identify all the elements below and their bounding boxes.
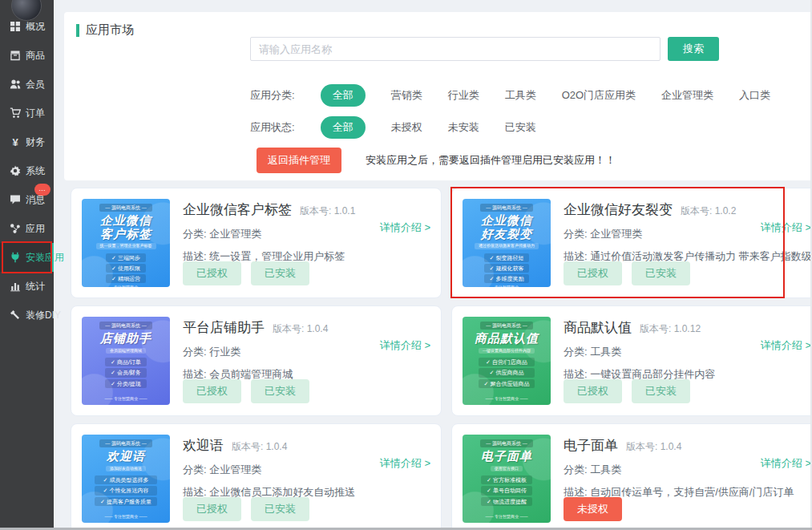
app-icon-image: — 源码电商系统 — 店铺助手 会员前端管理商城 商品/订单会员/财务分类/提现… [82, 317, 170, 405]
filter-option[interactable]: 未授权 [391, 120, 422, 135]
app-version: 版本号: 1.0.1 [300, 204, 355, 218]
detail-link[interactable]: 详情介绍 > [761, 456, 811, 471]
app-icon-feature: 多维度奖励 [484, 274, 530, 283]
filter-option[interactable]: 企业管理类 [661, 88, 713, 103]
sidebar-item-label: 会员 [26, 78, 45, 91]
app-icon-feature: 商品/订单 [105, 358, 147, 366]
app-icon-image: — 源码电商系统 — 电子面单 使用官方接口 官方标准模板单号自动回传物流进度提… [463, 435, 551, 523]
app-name: 商品默认值 [564, 318, 632, 337]
filter-option[interactable]: 已安装 [505, 120, 536, 135]
app-icon-feature: 三端同步 [106, 253, 146, 262]
category-label: 分类: [564, 463, 588, 475]
app-icon-footer: 专注智慧商业 [486, 396, 528, 401]
install-notice: 安装应用之后，需要返回插件管理启用已安装应用！！ [366, 153, 616, 168]
filter-row: 应用分类: 全部营销类行业类工具类O2O门店应用类企业管理类入口类 [250, 79, 770, 111]
category-value: 行业类 [209, 346, 240, 358]
filter-option[interactable]: 入口类 [739, 88, 770, 103]
detail-link[interactable]: 详情介绍 > [380, 220, 430, 235]
sidebar-item[interactable]: 会员 [0, 70, 54, 99]
sidebar-item-icon [10, 21, 21, 32]
app-status-tags: 已授权已安装 [183, 497, 309, 521]
sidebar-item-label: 商品 [26, 49, 45, 63]
app-icon-subtitle: 统一设置，管理企业客户标签 [96, 243, 156, 249]
search-button[interactable]: 搜索 [668, 37, 719, 61]
filter-option[interactable]: 工具类 [505, 88, 536, 103]
sidebar-item-icon [10, 223, 21, 234]
sidebar-item[interactable]: 订单 [0, 99, 54, 127]
status-tag: 已安装 [632, 379, 690, 403]
app-icon-title-line: 好友裂变 [481, 228, 532, 241]
filter-option[interactable]: 全部 [321, 116, 366, 139]
sidebar-item[interactable]: 应用 [0, 214, 54, 243]
sidebar: 概况 商品 会员 订单 [0, 0, 54, 528]
app-name: 欢迎语 [183, 436, 224, 455]
app-icon-feature: 聚合供应链商品 [479, 379, 535, 388]
filter-option[interactable]: O2O门店应用类 [562, 88, 636, 103]
status-tag: 已安装 [251, 379, 309, 403]
app-icon-title-line: 店铺助手 [100, 332, 151, 346]
description-value: 通过价值活动激发客户传播动力 带来客户指数级新增 [590, 250, 811, 262]
message-badge: … [34, 184, 50, 196]
description-value: 自动回传运单号，支持自营/供应商/门店订单 [590, 486, 794, 498]
app-icon-footer: 专注智慧商业 [105, 514, 147, 519]
app-card-body: 平台店铺助手 版本号: 1.0.4 分类: 行业类 描述: 会员前端管理商城 [183, 317, 430, 405]
sidebar-item[interactable]: 系统 [0, 156, 54, 185]
sidebar-item-icon [10, 194, 21, 205]
sidebar-item[interactable]: 统计 [0, 272, 54, 301]
description-label: 描述: [183, 250, 207, 262]
category-label: 分类: [183, 463, 207, 475]
app-icon-footer: 专注智慧商业 [486, 514, 528, 519]
app-icon-subtitle: 一键设置商品部分挂件内容 [479, 348, 535, 354]
app-icon-feature: 物流进度提醒 [481, 497, 532, 506]
filter-option[interactable]: 营销类 [391, 88, 422, 103]
filter-option[interactable]: 行业类 [448, 88, 479, 103]
filter-row: 应用状态: 全部未授权未安装已安装 [250, 111, 770, 144]
status-tag: 已授权 [564, 379, 622, 403]
sidebar-item[interactable]: 概况 [0, 12, 54, 41]
status-tag: 已授权 [564, 261, 622, 285]
app-card: — 源码电商系统 — 欢迎语 添加好友自动推送 成员类型选择多个性化推送内容提高… [71, 423, 442, 530]
sidebar-item-label: 装修DIY [26, 309, 61, 322]
status-tag: 未授权 [564, 497, 622, 521]
app-icon-feature: 单号自动回传 [481, 486, 532, 495]
sidebar-item[interactable]: 装修DIY [0, 301, 54, 330]
sidebar-menu: 概况 商品 会员 订单 [0, 12, 54, 330]
filter-option[interactable]: 未安装 [448, 120, 479, 135]
sidebar-item[interactable]: 消息 … [0, 185, 54, 214]
app-icon-feature: 官方标准模板 [481, 475, 532, 484]
category-value: 企业管理类 [209, 463, 261, 475]
detail-link[interactable]: 详情介绍 > [761, 338, 811, 353]
app-icon-title-line: 客户标签 [100, 228, 151, 241]
category-label: 分类: [564, 228, 588, 240]
app-status-tags: 已授权已安装 [183, 379, 309, 403]
sidebar-item-label: 财务 [26, 136, 45, 149]
app-card-body: 电子面单 版本号: 1.0.4 分类: 工具类 描述: 自动回传运单号，支持自营… [564, 435, 811, 523]
sidebar-item[interactable]: 商品 [0, 41, 54, 70]
return-plugin-manager-button[interactable]: 返回插件管理 [257, 148, 341, 173]
status-tag: 已授权 [183, 379, 241, 403]
app-card-head: 欢迎语 版本号: 1.0.4 [183, 436, 430, 455]
version-value: 1.0.2 [715, 205, 737, 216]
app-icon-footer: 专注智慧商业 [105, 285, 147, 287]
app-icon-footer: 专注智慧商业 [486, 285, 528, 287]
version-value: 1.0.4 [661, 441, 682, 452]
filter-rows: 应用分类: 全部营销类行业类工具类O2O门店应用类企业管理类入口类 应用状态: … [250, 79, 770, 144]
search-input[interactable] [250, 37, 661, 61]
app-icon-feature: 提高客户服务质量 [95, 497, 157, 506]
detail-link[interactable]: 详情介绍 > [380, 338, 430, 353]
app-icon-features: 自营/门店商品供应商商品聚合供应链商品 [479, 356, 535, 389]
filter-option[interactable]: 全部 [321, 84, 366, 107]
detail-link[interactable]: 详情介绍 > [761, 220, 811, 235]
app-icon-feature: 自营/门店商品 [479, 358, 535, 366]
app-icon-title-line: 电子面单 [481, 450, 532, 463]
detail-link[interactable]: 详情介绍 > [380, 456, 430, 471]
filter-label: 应用状态: [250, 120, 295, 135]
status-tag: 已安装 [251, 261, 309, 285]
app-icon-feature: 使用权限 [106, 264, 146, 273]
sidebar-item[interactable]: 财务 [0, 127, 54, 156]
version-label: 版本号: [232, 441, 263, 452]
version-value: 1.0.4 [266, 441, 288, 452]
category-label: 分类: [183, 346, 207, 358]
sidebar-item[interactable]: 安装应用 [0, 243, 54, 272]
search-row: 搜索 [250, 37, 719, 61]
